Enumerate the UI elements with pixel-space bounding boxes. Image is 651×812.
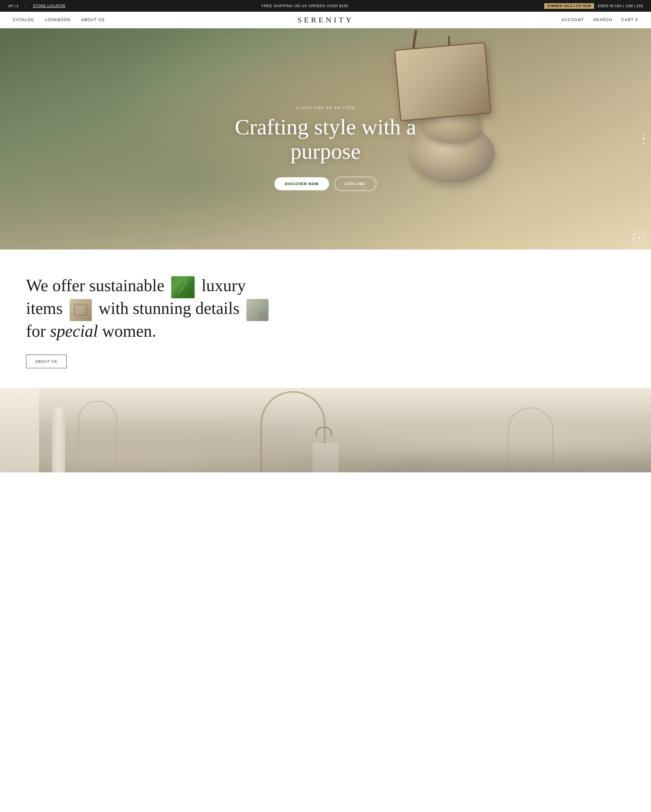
about-text-part3: items xyxy=(26,299,63,317)
about-section: We offer sustainable luxury items with s… xyxy=(0,250,651,388)
logo[interactable]: SERENITY xyxy=(297,15,354,24)
announcement-bar: UK | £ | STORE LOCATOR FREE SHIPPING ON … xyxy=(0,0,651,12)
about-text: We offer sustainable luxury items with s… xyxy=(26,276,293,342)
navigation: CATALOG LOOKBOOK ABOUT US SERENITY ACCOU… xyxy=(0,12,651,28)
about-text-part1: We offer sustainable xyxy=(26,276,164,295)
nav-search[interactable]: SEARCH xyxy=(593,18,612,22)
nav-account[interactable]: ACCOUNT xyxy=(561,18,584,22)
nav-about-us[interactable]: ABOUT US xyxy=(81,18,105,22)
handbag-handle xyxy=(316,427,332,437)
hero-title: Crafting style with a purpose xyxy=(6,115,645,163)
store-locator-link[interactable]: STORE LOCATOR xyxy=(33,4,66,8)
divider: | xyxy=(25,4,26,8)
leaf-vein xyxy=(179,280,188,295)
slide-dot-2[interactable] xyxy=(643,138,645,140)
arch-right xyxy=(508,407,553,472)
about-us-button[interactable]: ABOUT US xyxy=(26,355,67,368)
leaf-vein-2 xyxy=(176,287,185,293)
about-text-italic: special xyxy=(50,322,98,340)
nav-lookbook[interactable]: LOOKBOOK xyxy=(45,18,71,22)
hero-buttons: DISCOVER NOW EXPLORE xyxy=(6,177,645,191)
about-text-part2: luxury xyxy=(202,276,246,295)
nav-right: ACCOUNT SEARCH CART 0 xyxy=(561,18,638,22)
countdown-seconds: 20S xyxy=(636,4,643,8)
sale-badge: SUMMER SALE LIVE NOW xyxy=(544,3,594,9)
leaf-image xyxy=(171,276,195,298)
discover-now-button[interactable]: DISCOVER NOW xyxy=(274,177,329,190)
hero-subtitle: CLASS CAN BE AN ITEM xyxy=(6,106,645,110)
about-text-part4: with stunning details xyxy=(99,299,240,317)
slide-indicators xyxy=(643,133,645,145)
countdown-minutes: 12M xyxy=(625,4,633,8)
bag-thumb-image-2 xyxy=(246,299,269,321)
slide-counter-box xyxy=(633,231,646,244)
free-shipping-text: FREE SHIPPING ON US ORDERS OVER $150 xyxy=(262,4,348,8)
about-text-part6: women. xyxy=(102,322,156,340)
hero-title-line2: purpose xyxy=(290,139,360,163)
bottom-section xyxy=(0,388,651,472)
arch-left xyxy=(78,401,117,472)
explore-button[interactable]: EXPLORE xyxy=(334,177,377,191)
countdown-hours: 16H xyxy=(615,4,622,8)
column-left xyxy=(52,407,65,472)
announcement-left: UK | £ | STORE LOCATOR xyxy=(8,4,66,8)
slide-counter-inner xyxy=(635,233,644,243)
region-label: UK | £ xyxy=(8,4,19,8)
announcement-right: SUMMER SALE LIVE NOW ENDS IN 16H | 12M |… xyxy=(544,3,643,9)
slide-counter-dot xyxy=(638,237,640,239)
hero-section: CLASS CAN BE AN ITEM Crafting style with… xyxy=(0,28,651,250)
nav-cart[interactable]: CART 0 xyxy=(621,18,638,22)
nav-catalog[interactable]: CATALOG xyxy=(13,18,35,22)
bag-thumb-image-1 xyxy=(70,299,92,321)
announcement-center: FREE SHIPPING ON US ORDERS OVER $150 xyxy=(66,4,544,8)
handbag-body xyxy=(312,443,339,472)
slide-dot-1[interactable] xyxy=(643,133,645,135)
hero-title-line1: Crafting style with a xyxy=(235,114,416,139)
bag-thumb-2-detail xyxy=(260,312,266,319)
about-text-part5: for xyxy=(26,322,46,340)
nav-left: CATALOG LOOKBOOK ABOUT US xyxy=(13,18,105,22)
bag-thumb-detail xyxy=(74,304,87,316)
handbag-bottom xyxy=(309,433,342,472)
drape-fabric xyxy=(0,388,39,472)
ends-in-label: ENDS IN xyxy=(598,4,614,8)
countdown-timer: ENDS IN 16H | 12M | 20S xyxy=(598,4,643,8)
slide-dot-3[interactable] xyxy=(643,142,645,145)
cart-count: 0 xyxy=(636,18,638,22)
hero-content: CLASS CAN BE AN ITEM Crafting style with… xyxy=(0,106,651,191)
